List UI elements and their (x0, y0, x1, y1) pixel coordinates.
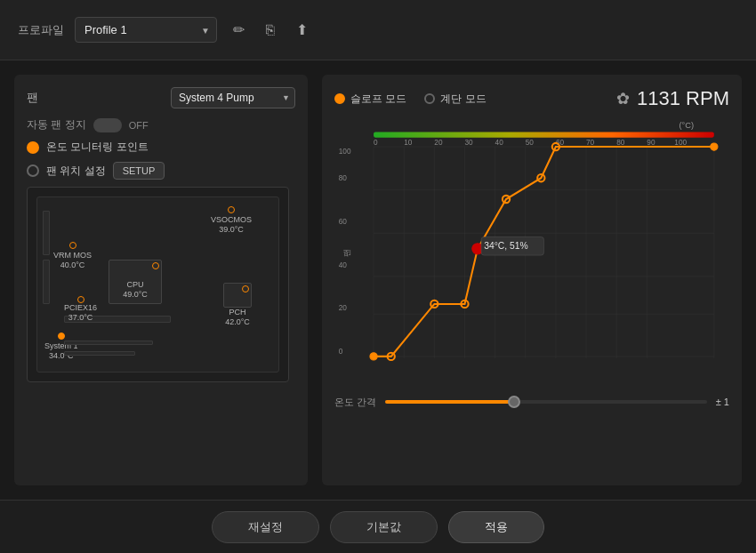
fan-section-header: 팬 System 4 Pump System 1 System 2 System… (27, 87, 295, 108)
pciex16-dot (77, 296, 84, 303)
tooltip-text: 34°C, 51% (484, 241, 528, 251)
export-profile-button[interactable]: ⬆ (291, 18, 313, 42)
reset-button[interactable]: 재설정 (212, 511, 319, 543)
slope-mode-option[interactable]: 슬로프 모드 (334, 92, 406, 107)
step-mode-option[interactable]: 계단 모드 (424, 92, 486, 107)
vsocmos-component[interactable]: VSOCMOS39.0°C (211, 206, 252, 235)
system1-dot (58, 333, 65, 340)
svg-text:50: 50 (526, 139, 535, 147)
profile-select[interactable]: Profile 1 (75, 17, 217, 43)
svg-text:80: 80 (616, 139, 625, 147)
temp-slider-container[interactable] (385, 395, 707, 409)
profile-label: 프로파일 (18, 22, 64, 38)
vrmmos-label: VRM MOS40.0°C (53, 251, 92, 270)
bottom-bar: 재설정 기본값 적용 (0, 500, 756, 553)
svg-text:70: 70 (586, 139, 595, 147)
temp-slider-row: 온도 간격 ± 1 (334, 395, 729, 409)
svg-text:20: 20 (434, 139, 443, 147)
pcie-slot-2 (64, 341, 153, 345)
rpm-display: ✿ 1131 RPM (616, 87, 729, 110)
fan-spin-icon: ✿ (616, 89, 630, 108)
curve-point-8[interactable] (711, 143, 718, 150)
svg-text:80: 80 (339, 174, 348, 182)
svg-text:40: 40 (339, 261, 348, 269)
svg-text:100: 100 (674, 139, 687, 147)
pciex16-component[interactable]: PCIEX1637.0°C (64, 296, 97, 323)
svg-text:팬: 팬 (342, 249, 351, 257)
vrmmos-component[interactable]: VRM MOS40.0°C (53, 242, 92, 270)
temp-slider-fill (385, 400, 514, 404)
vrmmos-dot (69, 242, 76, 249)
ram-slot-2 (43, 260, 50, 304)
temp-monitor-radio[interactable] (27, 141, 39, 154)
pciex16-label: PCIEX1637.0°C (64, 303, 97, 323)
setup-button[interactable]: SETUP (113, 162, 165, 180)
vsocmos-label: VSOCMOS39.0°C (211, 215, 252, 235)
svg-text:10: 10 (404, 139, 413, 147)
temp-color-bar (374, 132, 714, 137)
fan-curve-chart[interactable]: (°C) 0 10 20 30 40 50 6 (334, 119, 729, 386)
rpm-value: 1131 RPM (637, 87, 729, 110)
vsocmos-dot (228, 206, 235, 213)
auto-stop-row: 자동 팬 정지 OFF (27, 117, 295, 132)
mobo-inner: VSOCMOS39.0°C VRM MOS40.0°C CPU49.0°C (36, 196, 279, 373)
right-panel: 슬로프 모드 계단 모드 ✿ 1131 RPM (°C) (322, 75, 742, 485)
profile-select-wrapper[interactable]: Profile 1 (75, 17, 217, 43)
svg-text:40: 40 (495, 139, 504, 147)
main-content: 팬 System 4 Pump System 1 System 2 System… (0, 60, 756, 500)
svg-text:(°C): (°C) (680, 121, 695, 130)
auto-stop-toggle[interactable] (93, 118, 122, 132)
temp-monitor-label: 온도 모니터링 포인트 (46, 140, 149, 155)
top-bar: 프로파일 Profile 1 ✏ ⎘ ⬆ (0, 0, 756, 60)
svg-text:0: 0 (374, 139, 378, 147)
mobo-diagram: VSOCMOS39.0°C VRM MOS40.0°C CPU49.0°C (27, 187, 289, 382)
auto-stop-state: OFF (129, 120, 149, 131)
svg-text:0: 0 (339, 348, 343, 356)
fan-select-wrapper[interactable]: System 4 Pump System 1 System 2 System 3… (171, 87, 295, 108)
svg-text:60: 60 (339, 218, 348, 226)
auto-stop-label: 자동 팬 정지 (27, 117, 86, 132)
fan-pos-row[interactable]: 팬 위치 설정 SETUP (27, 162, 295, 180)
system1-component[interactable]: System 134.0°C (44, 333, 78, 361)
cpu-label: CPU49.0°C (109, 280, 161, 300)
pch-label: PCH42.0°C (225, 308, 250, 327)
temp-interval-label: 온도 간격 (334, 396, 376, 409)
fan-pos-label: 팬 위치 설정 (46, 164, 106, 179)
fan-select[interactable]: System 4 Pump System 1 System 2 System 3… (171, 87, 295, 108)
edit-profile-button[interactable]: ✏ (228, 18, 250, 42)
cpu-dot (152, 262, 159, 269)
svg-text:30: 30 (464, 139, 473, 147)
step-mode-radio (424, 93, 435, 104)
apply-button[interactable]: 적용 (448, 511, 544, 543)
temp-interval-value: ± 1 (716, 397, 729, 407)
pcie-slot-3 (64, 351, 135, 356)
pch-component[interactable]: PCH42.0°C (223, 283, 252, 327)
left-panel: 팬 System 4 Pump System 1 System 2 System… (14, 75, 308, 485)
pch-dot (242, 285, 249, 293)
svg-text:20: 20 (339, 304, 348, 312)
curve-point-0[interactable] (370, 353, 377, 360)
chart-container: (°C) 0 10 20 30 40 50 6 (334, 119, 729, 386)
temp-monitor-row[interactable]: 온도 모니터링 포인트 (27, 140, 295, 155)
ram-slot-1 (43, 211, 50, 255)
fan-pos-radio[interactable] (27, 164, 39, 177)
temp-slider-thumb[interactable] (508, 396, 520, 408)
step-mode-label: 계단 모드 (440, 92, 486, 107)
default-button[interactable]: 기본값 (330, 511, 438, 543)
temp-slider-track (385, 400, 707, 404)
fan-section-title: 팬 (27, 90, 38, 106)
slope-mode-label: 슬로프 모드 (350, 92, 406, 107)
svg-text:100: 100 (339, 148, 351, 156)
mode-row: 슬로프 모드 계단 모드 ✿ 1131 RPM (334, 87, 729, 110)
copy-profile-button[interactable]: ⎘ (261, 19, 280, 42)
cpu-component[interactable]: CPU49.0°C (109, 260, 162, 304)
slope-mode-radio (334, 93, 345, 104)
svg-text:90: 90 (647, 139, 655, 147)
